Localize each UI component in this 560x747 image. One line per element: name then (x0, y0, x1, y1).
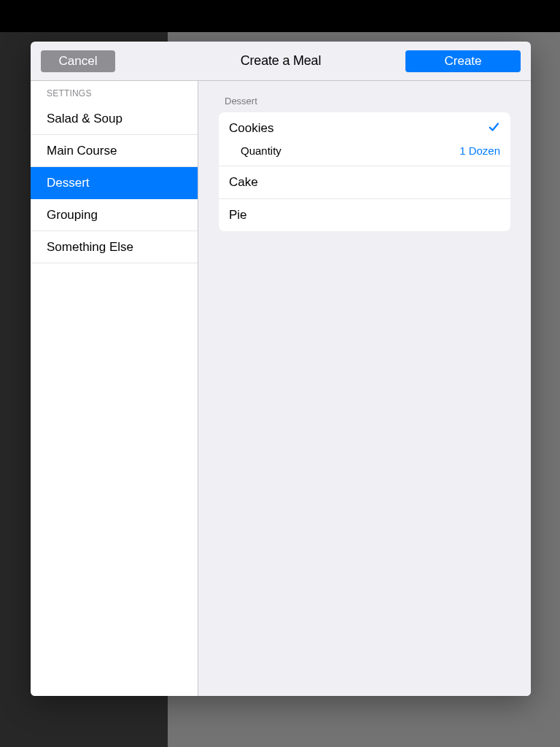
checkmark-icon (487, 120, 500, 137)
modal-header: Cancel Create a Meal Create (31, 42, 531, 81)
sidebar-item-main-course[interactable]: Main Course (31, 135, 198, 167)
row-label: Cake (229, 175, 258, 190)
detail-section-label: Dessert (219, 81, 510, 112)
sidebar-item-grouping[interactable]: Grouping (31, 199, 198, 231)
sidebar-item-something-else[interactable]: Something Else (31, 231, 198, 263)
cancel-button[interactable]: Cancel (41, 50, 115, 72)
settings-sidebar: SETTINGS Salad & Soup Main Course Desser… (31, 81, 198, 696)
row-cake[interactable]: Cake (219, 166, 510, 199)
row-pie[interactable]: Pie (219, 199, 510, 231)
create-button[interactable]: Create (405, 50, 521, 72)
create-meal-modal: Cancel Create a Meal Create SETTINGS Sal… (31, 42, 531, 696)
row-quantity[interactable]: Quantity 1 Dozen (229, 144, 500, 166)
quantity-label: Quantity (241, 144, 281, 157)
row-label: Cookies (229, 121, 273, 136)
sidebar-item-salad-soup[interactable]: Salad & Soup (31, 103, 198, 135)
detail-pane: Dessert Cookies Quantity 1 Dozen (198, 81, 531, 696)
sidebar-section-label: SETTINGS (31, 81, 198, 103)
quantity-value: 1 Dozen (459, 144, 500, 157)
row-label: Pie (229, 208, 247, 222)
row-cookies[interactable]: Cookies Quantity 1 Dozen (219, 112, 510, 166)
dessert-list: Cookies Quantity 1 Dozen Cake (219, 112, 510, 231)
modal-title: Create a Meal (241, 53, 321, 69)
sidebar-item-dessert[interactable]: Dessert (31, 167, 198, 199)
